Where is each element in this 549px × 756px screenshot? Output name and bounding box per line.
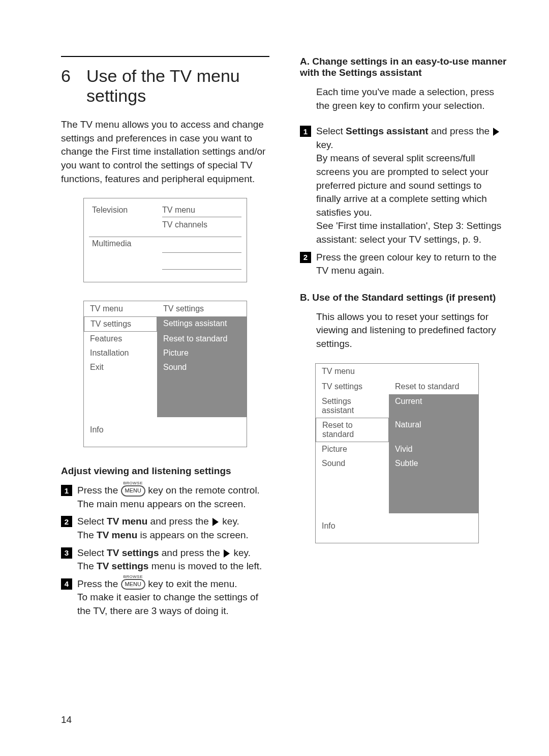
step: 2 Press the green colour key to return t… bbox=[300, 251, 508, 278]
subsection-a-para: Each time you've made a selection, press… bbox=[300, 85, 508, 112]
rule bbox=[61, 56, 269, 57]
submenu-item: Current bbox=[389, 394, 478, 418]
step: 1 Select Settings assistant and press th… bbox=[300, 125, 508, 246]
intro-paragraph: The TV menu allows you to access and cha… bbox=[61, 118, 269, 186]
menu-item: Settings assistant bbox=[316, 394, 389, 418]
section-number: 6 bbox=[61, 66, 86, 86]
submenu: TV menu TV channels bbox=[157, 203, 247, 237]
submenu-item: TV channels bbox=[162, 220, 241, 229]
step: 2 Select TV menu and press the key. The … bbox=[61, 515, 269, 542]
section-title: Use of the TV menu settings bbox=[86, 66, 269, 106]
subsection-b-heading: B. Use of the Standard settings (if pres… bbox=[300, 292, 508, 303]
menu-item: Sound bbox=[316, 456, 389, 471]
step-marker: 2 bbox=[300, 252, 311, 263]
menu-subheader: TV settings bbox=[316, 379, 389, 394]
submenu-item: Vivid bbox=[389, 442, 478, 456]
submenu-item: Picture bbox=[157, 346, 247, 360]
diagram-reset-standard: TV menu TV settings Reset to standard Se… bbox=[315, 363, 479, 543]
step-tail: The main menu appears on the screen. bbox=[77, 499, 246, 509]
step-text: key on the remote control. bbox=[148, 485, 260, 496]
submenu-item: TV menu bbox=[162, 206, 241, 217]
menu-header: TV menu bbox=[84, 301, 157, 316]
step-marker: 1 bbox=[61, 485, 72, 496]
submenu-item-empty bbox=[162, 258, 241, 270]
subsection-a-heading: A. Change settings in an easy-to-use man… bbox=[300, 56, 508, 78]
menu-item: Multimedia bbox=[84, 237, 157, 250]
menu-header-right: TV settings bbox=[157, 301, 247, 316]
menu-item: Picture bbox=[316, 442, 389, 456]
submenu-item: Natural bbox=[389, 418, 478, 442]
step: 1 Press the BROWSE MENU key on the remot… bbox=[61, 484, 269, 511]
menu-header: TV menu bbox=[316, 364, 389, 379]
submenu bbox=[157, 237, 247, 277]
menu-item: Television bbox=[84, 203, 157, 217]
menu-item-selected: Reset to standard bbox=[316, 418, 389, 442]
section-heading: 6 Use of the TV menu settings bbox=[61, 66, 269, 106]
info-label: Info bbox=[316, 513, 478, 543]
step-marker: 1 bbox=[300, 126, 311, 137]
menu-item: Installation bbox=[84, 346, 157, 360]
right-column: A. Change settings in an easy-to-use man… bbox=[300, 56, 508, 725]
submenu-item-empty bbox=[162, 241, 241, 253]
right-arrow-icon bbox=[224, 549, 230, 558]
step-marker: 2 bbox=[61, 516, 72, 527]
left-column: 6 Use of the TV menu settings The TV men… bbox=[61, 56, 269, 725]
menu-key-icon: BROWSE MENU bbox=[121, 485, 145, 496]
menu-item-selected: TV settings bbox=[84, 316, 157, 332]
menu-subheader-right: Reset to standard bbox=[389, 379, 478, 394]
step: 3 Select TV settings and press the key. … bbox=[61, 546, 269, 573]
diagram-main-menu: Television TV menu TV channels Multimedi… bbox=[83, 198, 247, 282]
page-number: 14 bbox=[61, 714, 72, 725]
step-marker: 4 bbox=[61, 578, 72, 590]
submenu-item: Reset to standard bbox=[157, 332, 247, 346]
submenu-item: Sound bbox=[157, 360, 247, 374]
menu-item: Exit bbox=[84, 360, 157, 374]
menu-item: Features bbox=[84, 332, 157, 346]
step: 4 Press the BROWSE MENU key to exit the … bbox=[61, 577, 269, 618]
right-arrow-icon bbox=[493, 128, 499, 136]
manual-page: 6 Use of the TV menu settings The TV men… bbox=[0, 0, 549, 756]
submenu-item: Subtle bbox=[389, 456, 478, 471]
step-text: Press the bbox=[77, 485, 121, 496]
adjust-heading: Adjust viewing and listening settings bbox=[61, 466, 269, 477]
submenu-item: Settings assistant bbox=[157, 316, 247, 332]
subsection-b-para: This allows you to reset your settings f… bbox=[300, 310, 508, 351]
diagram-tv-menu: TV menu TV settings TV settings Settings… bbox=[83, 301, 247, 447]
right-arrow-icon bbox=[212, 518, 219, 526]
step-marker: 3 bbox=[61, 547, 72, 559]
info-label: Info bbox=[84, 417, 247, 447]
menu-key-icon: BROWSE MENU bbox=[121, 579, 145, 590]
